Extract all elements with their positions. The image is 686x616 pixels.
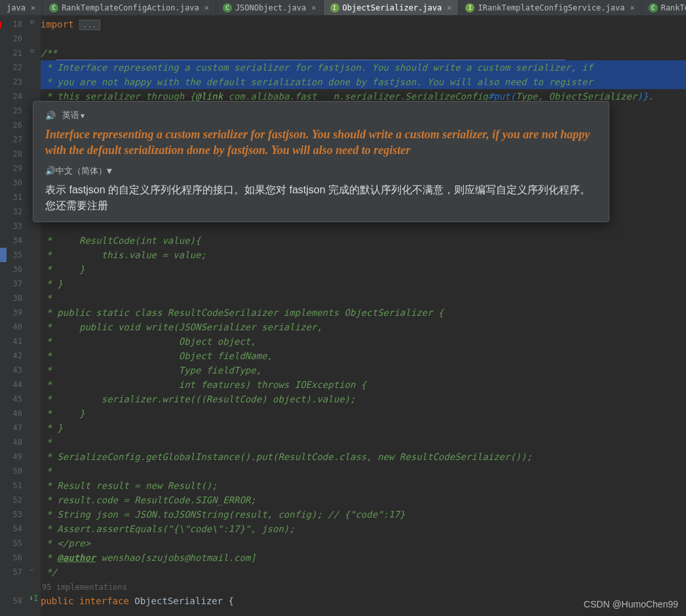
line-number[interactable]: 30 [7,176,22,190]
line-number[interactable]: 48 [7,435,22,450]
tab-rank-config-action[interactable]: CRankTemplateConfigAction.java× [43,0,216,15]
line-number[interactable]: 55 [7,536,22,550]
fold-placeholder[interactable]: ... [79,20,100,30]
fold-end-icon[interactable]: ⌐ [30,566,34,573]
speaker-icon[interactable]: 🔊 [45,166,56,176]
close-icon[interactable]: × [447,3,451,12]
editor-tabs: java× CRankTemplateConfigAction.java× CJ… [0,0,686,16]
speaker-icon[interactable]: 🔊 [45,111,56,121]
watermark: CSDN @HumoChen99 [584,599,678,609]
line-number[interactable]: 45 [7,392,22,406]
line-number[interactable]: 29 [7,161,22,176]
line-number[interactable]: 36 [7,262,22,277]
line-number[interactable]: 46 [7,406,22,421]
close-icon[interactable]: × [311,3,316,12]
line-number[interactable]: 35 [7,248,22,262]
line-number[interactable] [7,579,22,594]
close-icon[interactable]: × [31,3,35,12]
change-stripe-mark[interactable] [0,248,7,262]
tab-java[interactable]: java× [0,0,43,15]
translation-source-text: Interface representing a custom serializ… [45,126,597,159]
line-number[interactable]: 54 [7,522,22,536]
interface-icon: I [465,3,474,12]
line-number[interactable]: 51 [7,478,22,493]
popup-target-header: 🔊 中文（简体） ▼ [45,165,597,177]
line-number[interactable]: 23 [7,75,22,89]
line-number[interactable]: 41 [7,334,22,349]
line-number[interactable]: 42 [7,349,22,363]
error-stripe-mark[interactable] [0,22,1,28]
line-number[interactable]: 38 [7,291,22,305]
close-icon[interactable]: × [630,3,634,12]
fold-toggle-icon[interactable]: ⊟ [30,47,34,54]
line-number[interactable]: 53 [7,507,22,522]
line-number[interactable]: 57 [7,565,22,579]
line-number[interactable]: 40 [7,320,22,334]
line-number[interactable]: 47 [7,421,22,435]
interface-icon: I [330,3,339,12]
translation-popup: 🔊 英语 ▼ Interface representing a custom s… [33,101,609,222]
chevron-down-icon[interactable]: ▼ [107,166,112,176]
tab-json-object[interactable]: CJSONObject.java× [216,0,324,15]
line-number[interactable]: 26 [7,118,22,132]
line-number[interactable]: 43 [7,363,22,377]
class-icon: C [49,3,58,12]
line-number[interactable]: 25 [7,104,22,118]
target-language-selector[interactable]: 中文（简体） [56,165,107,177]
line-number[interactable]: 52 [7,493,22,507]
line-number[interactable]: 44 [7,377,22,392]
popup-source-header: 🔊 英语 ▼ [45,109,597,121]
chevron-down-icon[interactable]: ▼ [81,112,85,119]
line-number[interactable]: 20 [7,31,22,46]
close-icon[interactable]: × [204,3,209,12]
line-number[interactable]: 24 [7,89,22,104]
line-number[interactable]: 37 [7,277,22,291]
translation-target-text: 表示 fastjson 的自定义序列化程序的接口。如果您对 fastjson 完… [45,182,597,214]
line-number[interactable]: 32 [7,204,22,219]
tab-irank-service[interactable]: IIRankTemplateConfigService.java× [459,0,641,15]
source-language-selector[interactable]: 英语 [62,109,79,121]
line-number[interactable]: 50 [7,464,22,478]
line-number[interactable]: 58 [7,594,22,608]
line-number[interactable]: 27 [7,132,22,147]
line-numbers: 18 20 21 22 23 24 25 26 27 28 29 30 31 3… [7,16,28,616]
implementations-gutter-icon[interactable]: ⬇I [29,594,38,603]
line-number[interactable]: 31 [7,190,22,204]
line-number[interactable]: 22 [7,60,22,75]
line-number[interactable]: 34 [7,233,22,248]
line-number[interactable]: 28 [7,147,22,161]
fold-toggle-icon[interactable]: ⊞ [30,18,34,26]
line-number[interactable]: 49 [7,450,22,464]
class-icon: C [223,3,232,12]
tab-object-serializer[interactable]: IObjectSerializer.java× [324,0,459,15]
implementations-hint[interactable]: 95 implementations [41,583,127,592]
class-icon: C [649,3,658,12]
line-number[interactable]: 21 [7,46,22,60]
line-number[interactable]: 39 [7,305,22,320]
line-number[interactable]: 18 [7,17,22,31]
tab-rank-service-impl[interactable]: CRankTemplateConfigServiceI [642,0,686,15]
line-number[interactable]: 33 [7,219,22,233]
line-number[interactable]: 56 [7,550,22,565]
gutter-strip [0,16,7,616]
